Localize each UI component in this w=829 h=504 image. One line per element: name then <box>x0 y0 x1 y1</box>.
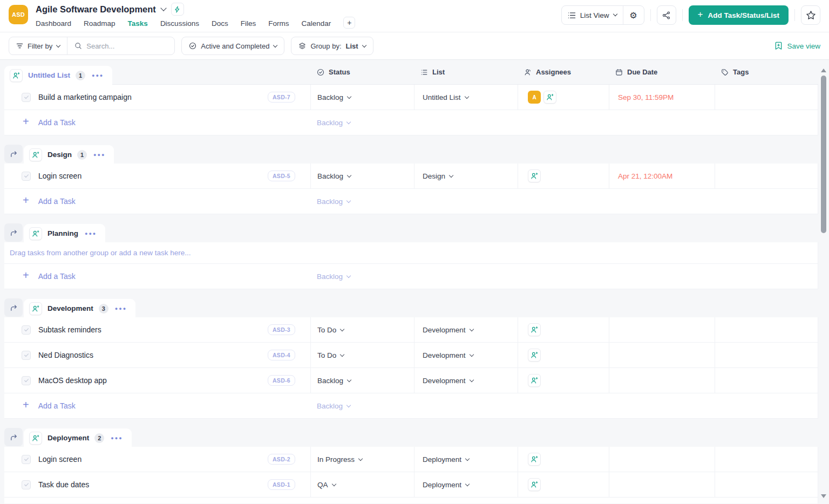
scrollbar-thumb[interactable] <box>821 76 826 233</box>
task-title[interactable]: Login screen <box>38 172 81 180</box>
group-menu-button[interactable]: ●●● <box>115 306 127 311</box>
tab-dashboard[interactable]: Dashboard <box>36 19 71 28</box>
tags-cell[interactable] <box>715 368 818 393</box>
due-date-cell[interactable]: Sep 30, 11:59PM <box>609 85 715 110</box>
list-dropdown[interactable]: Development <box>414 368 518 393</box>
task-checkbox[interactable] <box>22 351 31 360</box>
due-date-cell[interactable]: Apr 21, 12:00AM <box>609 164 715 188</box>
scrollbar-down-arrow[interactable] <box>821 494 826 498</box>
tags-cell[interactable] <box>715 85 818 110</box>
group-menu-button[interactable]: ●●● <box>85 231 97 236</box>
tags-cell[interactable] <box>715 317 818 342</box>
tags-cell[interactable] <box>715 472 818 497</box>
tags-cell[interactable] <box>715 447 818 472</box>
default-status-dropdown[interactable]: Backlog <box>310 189 414 214</box>
list-dropdown[interactable]: Development <box>414 317 518 342</box>
share-button[interactable] <box>657 5 676 25</box>
group-indent-button[interactable] <box>4 428 23 446</box>
tab-forms[interactable]: Forms <box>268 19 289 28</box>
status-dropdown[interactable]: To Do <box>310 343 414 367</box>
task-title[interactable]: Login screen <box>38 455 81 464</box>
assign-group-button[interactable] <box>29 148 42 161</box>
due-date-cell[interactable] <box>609 472 715 497</box>
status-dropdown[interactable]: Backlog <box>310 164 414 188</box>
workspace-avatar[interactable]: ASD <box>9 5 28 24</box>
assign-group-button[interactable] <box>29 302 42 315</box>
task-checkbox[interactable] <box>22 455 31 464</box>
tab-files[interactable]: Files <box>241 19 256 28</box>
add-task-button[interactable]: + Add a Task <box>4 110 310 135</box>
tags-cell[interactable] <box>715 343 818 367</box>
assign-group-button[interactable] <box>10 69 23 82</box>
tab-tasks[interactable]: Tasks <box>128 19 148 28</box>
status-dropdown[interactable]: To Do <box>310 317 414 342</box>
tab-discussions[interactable]: Discussions <box>160 19 199 28</box>
tab-roadmap[interactable]: Roadmap <box>84 19 115 28</box>
list-dropdown[interactable]: Deployment <box>414 447 518 472</box>
assign-group-button[interactable] <box>29 432 42 445</box>
tab-docs[interactable]: Docs <box>212 19 228 28</box>
filter-by-dropdown[interactable]: Filter by <box>9 42 67 50</box>
group-indent-button[interactable] <box>4 223 23 242</box>
list-dropdown[interactable]: Design <box>414 164 518 188</box>
add-task-button[interactable]: + Add a Task <box>4 498 310 503</box>
assignee-avatar[interactable]: A <box>528 91 541 104</box>
status-dropdown[interactable]: Backlog <box>310 85 414 110</box>
default-status-dropdown[interactable]: Backlog <box>310 264 414 289</box>
group-tab[interactable]: Untitled List 1 ●●● <box>4 66 112 85</box>
column-header-assignees[interactable]: Assignees <box>518 60 609 84</box>
default-status-dropdown[interactable]: Backlog <box>310 110 414 135</box>
assign-group-button[interactable] <box>29 227 42 240</box>
column-header-due-date[interactable]: Due Date <box>609 60 715 84</box>
add-assignee-button[interactable] <box>528 478 541 491</box>
add-assignee-button[interactable] <box>528 453 541 466</box>
group-tab[interactable]: Deployment 2 ●●● <box>24 428 132 447</box>
list-dropdown[interactable]: Deployment <box>414 472 518 497</box>
task-checkbox[interactable] <box>22 93 31 102</box>
due-date-cell[interactable] <box>609 447 715 472</box>
task-checkbox[interactable] <box>22 172 31 181</box>
group-tab[interactable]: Planning ●●● <box>24 224 105 243</box>
tags-cell[interactable] <box>715 164 818 188</box>
add-assignee-button[interactable] <box>528 169 541 182</box>
task-checkbox[interactable] <box>22 376 31 385</box>
add-tab-button[interactable]: + <box>343 17 355 29</box>
column-header-status[interactable]: Status <box>310 60 414 84</box>
add-assignee-button[interactable] <box>528 374 541 387</box>
tab-calendar[interactable]: Calendar <box>301 19 331 28</box>
add-assignee-button[interactable] <box>528 323 541 336</box>
default-status-dropdown[interactable]: Backlog <box>310 393 414 418</box>
lightning-button[interactable] <box>171 3 184 16</box>
list-dropdown[interactable]: Development <box>414 343 518 367</box>
due-date-cell[interactable] <box>609 317 715 342</box>
add-task-status-list-button[interactable]: + Add Task/Status/List <box>689 5 789 25</box>
status-dropdown[interactable]: QA <box>310 472 414 497</box>
task-title[interactable]: Build a marketing campaign <box>38 93 132 101</box>
due-date-cell[interactable] <box>609 368 715 393</box>
group-indent-button[interactable] <box>4 145 23 163</box>
group-menu-button[interactable]: ●●● <box>92 73 104 78</box>
favorite-button[interactable] <box>801 5 820 25</box>
search-input[interactable] <box>86 42 167 50</box>
add-task-button[interactable]: + Add a Task <box>4 264 310 289</box>
chevron-down-icon[interactable] <box>160 5 166 11</box>
list-dropdown[interactable]: Untitled List <box>414 85 518 110</box>
task-title[interactable]: Subtask reminders <box>38 325 101 334</box>
task-title[interactable]: Task due dates <box>38 480 89 489</box>
column-header-tags[interactable]: Tags <box>715 60 818 84</box>
group-tab[interactable]: Design 1 ●●● <box>24 145 114 164</box>
add-assignee-button[interactable] <box>543 91 556 104</box>
add-task-button[interactable]: + Add a Task <box>4 189 310 214</box>
task-checkbox[interactable] <box>22 480 31 489</box>
column-header-list[interactable]: List <box>414 60 518 84</box>
add-assignee-button[interactable] <box>528 349 541 362</box>
task-title[interactable]: Ned Diagnostics <box>38 351 93 359</box>
task-checkbox[interactable] <box>22 325 31 335</box>
due-date-cell[interactable] <box>609 343 715 367</box>
group-menu-button[interactable]: ●●● <box>93 152 105 158</box>
default-status-dropdown[interactable]: Backlog <box>310 498 414 503</box>
group-by-dropdown[interactable]: Group by: List <box>291 37 373 55</box>
group-tab[interactable]: Development 3 ●●● <box>24 299 135 318</box>
add-task-button[interactable]: + Add a Task <box>4 393 310 418</box>
save-view-button[interactable]: Save view <box>774 42 820 50</box>
